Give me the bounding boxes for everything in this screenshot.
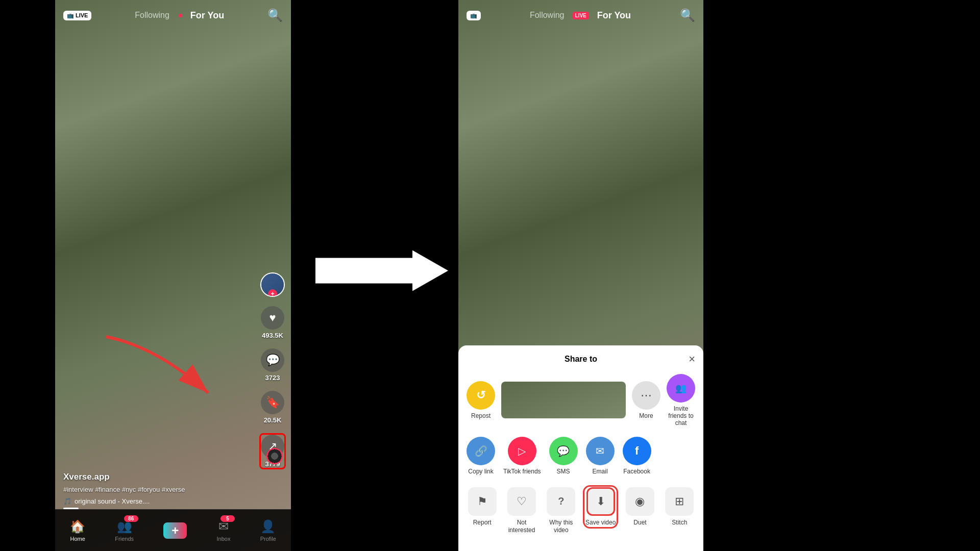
- home-label: Home: [70, 536, 85, 542]
- share-invite[interactable]: 👥 Invite friends to chat: [667, 374, 695, 427]
- music-info: 🎵 original sound - Xverse....: [63, 497, 255, 505]
- email-icon: ✉: [586, 437, 615, 465]
- share-title: Share to: [565, 355, 597, 364]
- top-navigation: 📺 LIVE Following For You 🔍: [55, 0, 291, 31]
- friends-label: Friends: [115, 536, 134, 542]
- nav-inbox[interactable]: ✉ Inbox: [217, 519, 231, 542]
- live-badge[interactable]: 📺 LIVE: [63, 11, 91, 20]
- invite-label: Invite friends to chat: [667, 405, 695, 427]
- like-action[interactable]: ♥ 493.5K: [261, 306, 284, 339]
- copy-link-label: Copy link: [468, 468, 493, 475]
- video-background: [55, 0, 291, 551]
- inbox-label: Inbox: [217, 536, 231, 542]
- search-icon-right[interactable]: 🔍: [680, 8, 695, 22]
- share-actions-row: ⚑ Report ♡ Not interested ? Why this vid…: [458, 481, 703, 541]
- tiktok-friends-icon: ▷: [508, 437, 536, 465]
- more-icon: ⋯: [632, 381, 660, 410]
- not-interested-label: Not interested: [506, 519, 537, 535]
- for-you-tab[interactable]: For You: [190, 10, 224, 21]
- avatar[interactable]: +: [260, 272, 285, 297]
- video-hashtags: #interview #finance #nyc #foryou #xverse: [63, 485, 255, 494]
- comment-count: 3723: [265, 374, 280, 382]
- nav-home[interactable]: 🏠 Home: [70, 519, 85, 542]
- music-text: original sound - Xverse....: [75, 497, 150, 505]
- like-count: 493.5K: [262, 332, 283, 339]
- share-repost[interactable]: ↺ Repost: [467, 381, 495, 419]
- share-sheet: Share to × ↺ Repost ⋯ More 👥: [458, 345, 703, 551]
- stitch-label: Stitch: [672, 519, 687, 527]
- music-note-icon: 🎵: [63, 497, 71, 505]
- more-label: More: [639, 412, 653, 419]
- share-save-video[interactable]: ⬇ Save video: [585, 487, 616, 527]
- svg-marker-1: [315, 251, 448, 291]
- tiktok-friends-label: TikTok friends: [503, 468, 541, 475]
- bottom-navigation: 🏠 Home 👥 Friends + ✉ Inbox 👤 Profile: [55, 509, 291, 551]
- save-video-icon: ⬇: [586, 487, 615, 516]
- live-badge-right[interactable]: 📺: [467, 11, 481, 20]
- why-this-video-label: Why this video: [546, 519, 577, 535]
- share-sms[interactable]: 💬 SMS: [549, 437, 578, 475]
- following-tab-right[interactable]: Following: [530, 11, 565, 20]
- share-more[interactable]: ⋯ More: [632, 381, 660, 419]
- repost-label: Repost: [471, 412, 491, 419]
- video-username[interactable]: Xverse.app: [63, 472, 255, 482]
- close-button[interactable]: ×: [689, 353, 695, 366]
- sms-icon: 💬: [549, 437, 578, 465]
- share-copy-link[interactable]: 🔗 Copy link: [467, 437, 495, 475]
- comment-icon: 💬: [261, 348, 284, 372]
- copy-link-icon: 🔗: [467, 437, 495, 465]
- live-badge-indicator: LIVE: [573, 12, 589, 19]
- comment-action[interactable]: 💬 3723: [261, 348, 284, 382]
- share-facebook[interactable]: f Facebook: [623, 437, 651, 475]
- nav-tabs: Following For You: [135, 10, 224, 21]
- share-duet[interactable]: ◉ Duet: [624, 487, 655, 527]
- side-actions: + ♥ 493.5K 💬 3723 🔖 20.5K ↗ 3779: [259, 272, 286, 469]
- why-this-video-icon: ?: [547, 487, 575, 516]
- nav-tabs-right: Following LIVE For You: [530, 10, 631, 21]
- follow-button[interactable]: +: [268, 289, 277, 297]
- top-navigation-right: 📺 Following LIVE For You 🔍: [458, 0, 703, 31]
- search-icon[interactable]: 🔍: [267, 8, 283, 22]
- report-icon: ⚑: [468, 487, 497, 516]
- facebook-label: Facebook: [623, 468, 650, 475]
- duet-label: Duet: [633, 519, 646, 527]
- not-interested-icon: ♡: [507, 487, 536, 516]
- share-tiktok-friends[interactable]: ▷ TikTok friends: [503, 437, 541, 475]
- tv-icon-right: 📺: [470, 12, 477, 19]
- live-label: LIVE: [76, 12, 88, 18]
- facebook-icon: f: [623, 437, 651, 465]
- tv-icon: 📺: [67, 12, 74, 19]
- bookmark-icon: 🔖: [261, 391, 284, 414]
- sms-label: SMS: [557, 468, 570, 475]
- inbox-icon: ✉: [218, 519, 229, 534]
- nav-friends[interactable]: 👥 Friends: [115, 519, 134, 542]
- for-you-tab-right[interactable]: For You: [597, 10, 631, 21]
- bookmark-action[interactable]: 🔖 20.5K: [261, 391, 284, 424]
- video-info: Xverse.app #interview #finance #nyc #for…: [63, 472, 255, 505]
- invite-icon: 👥: [667, 374, 695, 403]
- add-icon: +: [163, 522, 187, 539]
- share-video-preview: [501, 382, 626, 418]
- annotation-arrow: [96, 327, 249, 429]
- profile-label: Profile: [260, 536, 276, 542]
- stitch-icon: ⊞: [665, 487, 694, 516]
- nav-add[interactable]: +: [163, 522, 187, 539]
- share-stitch[interactable]: ⊞ Stitch: [664, 487, 695, 527]
- home-icon: 🏠: [70, 519, 85, 534]
- following-tab[interactable]: Following: [135, 11, 169, 20]
- duet-icon: ◉: [626, 487, 654, 516]
- share-email[interactable]: ✉ Email: [586, 437, 615, 475]
- friends-icon: 👥: [117, 519, 132, 534]
- report-label: Report: [473, 519, 492, 527]
- nav-profile[interactable]: 👤 Profile: [260, 519, 276, 542]
- email-label: Email: [593, 468, 608, 475]
- music-disc: [266, 448, 283, 464]
- profile-icon: 👤: [260, 519, 276, 534]
- heart-icon: ♥: [261, 306, 284, 330]
- share-report[interactable]: ⚑ Report: [467, 487, 498, 527]
- share-why-this-video[interactable]: ? Why this video: [546, 487, 577, 535]
- save-video-label: Save video: [585, 519, 616, 527]
- share-not-interested[interactable]: ♡ Not interested: [506, 487, 537, 535]
- left-phone: 📺 LIVE Following For You 🔍 + ♥ 493.5K 💬 …: [55, 0, 291, 551]
- repost-icon: ↺: [467, 381, 495, 410]
